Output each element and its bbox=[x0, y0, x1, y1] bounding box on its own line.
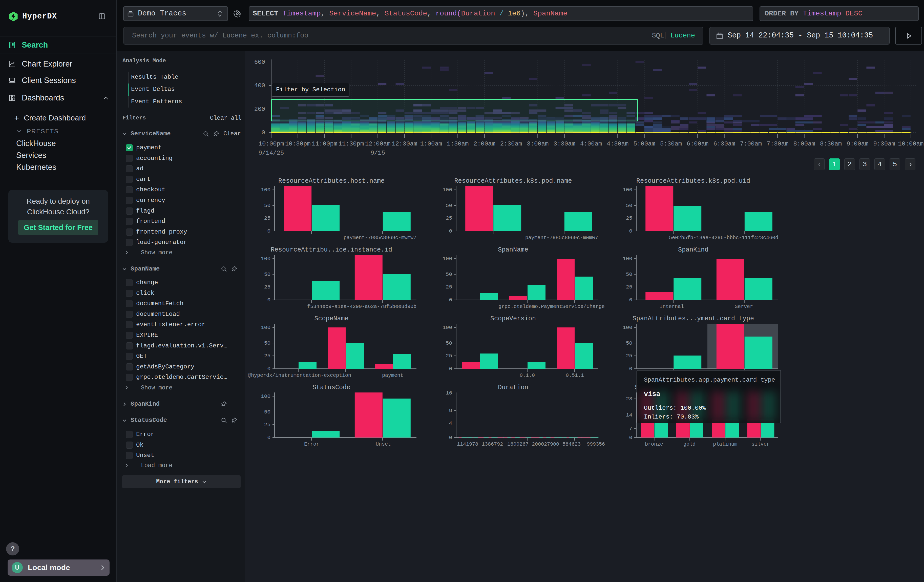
svg-text:1386792: 1386792 bbox=[482, 441, 503, 447]
svg-text:25: 25 bbox=[626, 215, 632, 221]
svg-text:Duration: Duration bbox=[498, 384, 528, 391]
svg-text:7: 7 bbox=[629, 425, 632, 432]
svg-text:payment: payment bbox=[382, 373, 403, 378]
svg-text:100: 100 bbox=[442, 325, 452, 330]
svg-text:payment-7985c8969c-mwmw7: payment-7985c8969c-mwmw7 bbox=[343, 235, 416, 241]
svg-text:100: 100 bbox=[261, 256, 271, 262]
svg-text:25: 25 bbox=[264, 353, 271, 359]
svg-text:StatusCode: StatusCode bbox=[312, 384, 350, 391]
svg-text:11:00pm: 11:00pm bbox=[312, 140, 337, 147]
svg-text:50: 50 bbox=[264, 409, 271, 415]
svg-text:584623: 584623 bbox=[563, 441, 581, 447]
svg-text:0: 0 bbox=[267, 366, 271, 372]
svg-text:100: 100 bbox=[261, 394, 271, 399]
svg-text:Unset: Unset bbox=[376, 441, 391, 447]
svg-text:12:30am: 12:30am bbox=[392, 140, 417, 147]
svg-text:50: 50 bbox=[446, 340, 452, 346]
svg-text:3:30am: 3:30am bbox=[553, 140, 575, 147]
svg-text:0: 0 bbox=[267, 297, 271, 303]
svg-text:600: 600 bbox=[254, 59, 265, 66]
svg-text:8:00am: 8:00am bbox=[793, 140, 815, 147]
svg-text:25: 25 bbox=[446, 215, 452, 221]
svg-text:8: 8 bbox=[449, 408, 452, 414]
svg-text:5e02b5fb-13ae-4296-bbbc-111f42: 5e02b5fb-13ae-4296-bbbc-111f423c460d bbox=[669, 235, 778, 241]
svg-text:25: 25 bbox=[626, 353, 632, 359]
svg-text:Internal: Internal bbox=[660, 303, 684, 310]
svg-text:silver: silver bbox=[751, 441, 770, 447]
svg-text:0: 0 bbox=[449, 435, 452, 440]
svg-text:4:00am: 4:00am bbox=[580, 140, 602, 147]
svg-text:0: 0 bbox=[267, 435, 271, 440]
svg-text:50: 50 bbox=[626, 203, 632, 208]
svg-text:50: 50 bbox=[446, 203, 452, 208]
svg-text:100: 100 bbox=[623, 187, 632, 193]
svg-text:2:30am: 2:30am bbox=[500, 140, 522, 147]
svg-text:50: 50 bbox=[446, 272, 452, 277]
svg-text:100: 100 bbox=[442, 187, 452, 193]
svg-text:1:00am: 1:00am bbox=[420, 140, 442, 147]
svg-text:25: 25 bbox=[264, 284, 271, 290]
svg-text:400: 400 bbox=[254, 82, 265, 89]
svg-text:200: 200 bbox=[254, 106, 265, 113]
svg-text:9/15: 9/15 bbox=[370, 150, 385, 157]
svg-text:3:00am: 3:00am bbox=[527, 140, 549, 147]
svg-text:200027900: 200027900 bbox=[532, 441, 559, 447]
svg-text:50: 50 bbox=[264, 203, 271, 208]
svg-text:4:30am: 4:30am bbox=[607, 140, 629, 147]
svg-text:100: 100 bbox=[623, 256, 632, 262]
svg-text:16: 16 bbox=[446, 390, 452, 396]
svg-text:5:00am: 5:00am bbox=[633, 140, 655, 147]
svg-text:ScopeName: ScopeName bbox=[314, 315, 348, 322]
svg-text:9:30am: 9:30am bbox=[873, 140, 895, 147]
svg-text:7:30am: 7:30am bbox=[767, 140, 789, 147]
svg-text:25: 25 bbox=[264, 215, 271, 221]
svg-text:11:30pm: 11:30pm bbox=[338, 140, 364, 147]
svg-text:2:00am: 2:00am bbox=[474, 140, 495, 147]
svg-text:50: 50 bbox=[264, 272, 271, 277]
svg-text:0.1.0: 0.1.0 bbox=[520, 373, 535, 378]
svg-text:999356: 999356 bbox=[587, 441, 605, 447]
svg-text:100: 100 bbox=[442, 256, 452, 262]
svg-text:payment-7985c8969c-mwmw7: payment-7985c8969c-mwmw7 bbox=[525, 235, 598, 241]
svg-text:ResourceAttributes.host.name: ResourceAttributes.host.name bbox=[278, 177, 384, 185]
svg-text:9:00am: 9:00am bbox=[846, 140, 868, 147]
svg-text:100: 100 bbox=[623, 325, 632, 330]
svg-text:14: 14 bbox=[626, 412, 632, 418]
svg-text:10:30pm: 10:30pm bbox=[285, 140, 311, 147]
svg-text:1141978: 1141978 bbox=[457, 441, 478, 447]
svg-text:25: 25 bbox=[264, 422, 271, 428]
svg-text:0: 0 bbox=[449, 228, 452, 234]
svg-text:bronze: bronze bbox=[645, 441, 663, 447]
svg-text:ScopeVersion: ScopeVersion bbox=[490, 315, 536, 322]
svg-text:0: 0 bbox=[629, 435, 632, 440]
svg-text:SpanKind: SpanKind bbox=[678, 246, 708, 254]
svg-text:ResourceAttribu..ice.instance.: ResourceAttribu..ice.instance.id bbox=[271, 246, 392, 254]
svg-text:f5344ec9-a1ea-4290-a62a-78f5be: f5344ec9-a1ea-4290-a62a-78f5bee8d90b bbox=[307, 303, 416, 310]
svg-text:platinum: platinum bbox=[713, 441, 737, 447]
svg-text:SpanName: SpanName bbox=[498, 246, 528, 254]
svg-text:gold: gold bbox=[683, 441, 696, 447]
svg-text:28: 28 bbox=[626, 396, 632, 402]
svg-text:ResourceAttributes.k8s.pod.uid: ResourceAttributes.k8s.pod.uid bbox=[636, 177, 750, 185]
svg-text:50: 50 bbox=[264, 340, 271, 346]
svg-text:7:00am: 7:00am bbox=[740, 140, 762, 147]
svg-text:1:30am: 1:30am bbox=[447, 140, 469, 147]
svg-text:10:00am: 10:00am bbox=[898, 140, 924, 147]
svg-text:50: 50 bbox=[626, 272, 632, 277]
svg-text:12:00am: 12:00am bbox=[365, 140, 391, 147]
svg-text:6:00am: 6:00am bbox=[687, 140, 708, 147]
svg-text:0: 0 bbox=[629, 297, 632, 303]
svg-text:0: 0 bbox=[267, 228, 271, 234]
svg-text:0: 0 bbox=[629, 366, 632, 372]
svg-text:@hyperdx/instrumentation-excep: @hyperdx/instrumentation-exception bbox=[248, 373, 351, 378]
svg-text:10:00pm: 10:00pm bbox=[259, 140, 284, 147]
svg-text:0.51.1: 0.51.1 bbox=[566, 373, 584, 378]
svg-text:8:30am: 8:30am bbox=[820, 140, 842, 147]
svg-text:5:30am: 5:30am bbox=[660, 140, 682, 147]
svg-text:0: 0 bbox=[449, 366, 452, 372]
svg-text:grpc.oteldemo.PaymentService/C: grpc.oteldemo.PaymentService/Charge bbox=[498, 303, 605, 310]
svg-text:Server: Server bbox=[735, 303, 753, 310]
svg-text:25: 25 bbox=[446, 284, 452, 290]
svg-text:50: 50 bbox=[626, 340, 632, 346]
svg-text:6:30am: 6:30am bbox=[713, 140, 735, 147]
